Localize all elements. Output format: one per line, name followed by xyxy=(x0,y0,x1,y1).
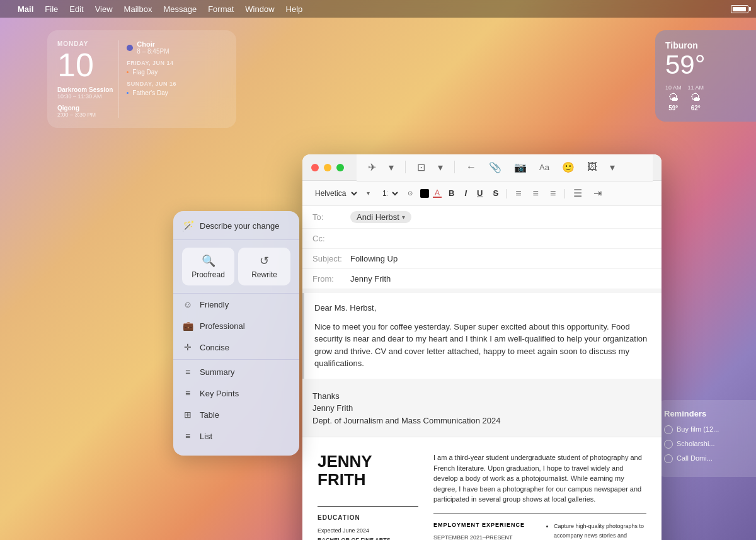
indent-button[interactable]: ⇥ xyxy=(590,185,605,202)
to-label: To: xyxy=(312,212,350,222)
menu-window[interactable]: Window xyxy=(245,4,274,14)
menu-list-label: List xyxy=(200,432,212,441)
emoji-button[interactable]: 🙂 xyxy=(558,159,578,176)
professional-icon: 💼 xyxy=(182,321,193,331)
menu-item-table[interactable]: ⊞ Table xyxy=(173,404,299,425)
to-chip-dropdown[interactable]: ▾ xyxy=(402,214,405,221)
menu-friendly-label: Friendly xyxy=(200,300,229,309)
cc-label: Cc: xyxy=(312,234,350,243)
font-size-select[interactable]: 12 xyxy=(377,187,400,200)
list-button[interactable]: ☰ xyxy=(570,185,586,202)
cv-emp-items: SEPTEMBER 2021–PRESENT Photographer CAMP… xyxy=(433,533,534,541)
to-chip[interactable]: Andi Herbst ▾ xyxy=(350,211,411,223)
size-stepper[interactable]: ⊙ xyxy=(404,187,416,199)
calendar-day: 10 xyxy=(57,49,118,81)
to-field-row: To: Andi Herbst ▾ xyxy=(302,206,662,229)
rewrite-label: Rewrite xyxy=(251,270,277,279)
keypoints-icon: ≡ xyxy=(182,388,193,398)
menu-item-keypoints[interactable]: ≡ Key Points xyxy=(173,382,299,404)
font-dropdown[interactable]: ▾ xyxy=(363,187,374,199)
rewrite-button[interactable]: ↺ Rewrite xyxy=(238,248,290,285)
mail-signature: Thanks Jenny Frith Dept. of Journalism a… xyxy=(302,381,662,436)
photo-grid-dropdown[interactable]: ▾ xyxy=(606,159,619,176)
from-field-row: From: Jenny Frith xyxy=(302,269,662,289)
menu-edit[interactable]: Edit xyxy=(69,4,83,14)
cv-lower-section: EMPLOYMENT EXPERIENCE SEPTEMBER 2021–PRE… xyxy=(433,522,646,541)
cv-bullet-1: Capture high-quality photographs to acco… xyxy=(554,522,646,541)
font-select[interactable]: Helvetica xyxy=(310,187,359,200)
reminders-widget: Reminders Buy film (12... Scholarshi... … xyxy=(655,400,756,477)
menu-format[interactable]: Format xyxy=(208,4,234,14)
writing-tools-header: 🪄 Describe your change xyxy=(173,220,299,240)
to-value[interactable]: Andi Herbst ▾ xyxy=(350,211,651,223)
strikethrough-button[interactable]: S xyxy=(490,187,501,199)
cv-emp-bullets-col: Capture high-quality photographs to acco… xyxy=(546,522,646,541)
align-center[interactable]: ≡ xyxy=(529,185,542,202)
font-panel-button[interactable]: Aa xyxy=(536,160,553,175)
summary-icon: ≡ xyxy=(182,367,193,377)
menu-item-professional[interactable]: 💼 Professional xyxy=(173,315,299,336)
cv-employment: EMPLOYMENT EXPERIENCE SEPTEMBER 2021–PRE… xyxy=(433,522,534,541)
menu-view[interactable]: View xyxy=(95,4,113,14)
body-text: Nice to meet you for coffee yesterday. S… xyxy=(314,321,651,370)
align-left[interactable]: ≡ xyxy=(512,185,525,202)
align-right[interactable]: ≡ xyxy=(546,185,559,202)
format-bar: Helvetica ▾ 12 ⊙ A B I U S | ≡ ≡ ≡ | ☰ ⇥ xyxy=(302,181,662,206)
compose-window-toggle[interactable]: ⊡ xyxy=(413,159,429,176)
cv-edu-items: Expected June 2024 BACHELOR OF FINE ARTS… xyxy=(318,526,418,540)
mail-body[interactable]: Dear Ms. Herbst, Nice to meet you for co… xyxy=(302,293,662,379)
cal-section-sun: SUNDAY, JUN 16 xyxy=(127,81,226,87)
proofread-label: Proofread xyxy=(192,270,225,279)
mail-window: ✈ ▾ ⊡ ▾ ← 📎 📷 Aa 🙂 🖼 ▾ Helvetica ▾ 12 ⊙ … xyxy=(302,154,662,540)
menu-item-concise[interactable]: ✛ Concise xyxy=(173,336,299,358)
signature-dept: Dept. of Journalism and Mass Communicati… xyxy=(312,415,651,427)
menu-bar-items: Mail File Edit View Mailbox Message Form… xyxy=(18,4,302,14)
menu-file[interactable]: File xyxy=(45,4,58,14)
text-highlight-color[interactable]: A xyxy=(433,189,442,198)
close-button[interactable] xyxy=(311,164,319,171)
attach-button[interactable]: 📎 xyxy=(485,159,505,176)
menu-message[interactable]: Message xyxy=(163,4,197,14)
bold-button[interactable]: B xyxy=(445,187,457,199)
reminder-item-2: Scholarshi... xyxy=(664,439,747,449)
battery-icon xyxy=(731,5,748,13)
subject-label: Subject: xyxy=(312,254,350,263)
menu-concise-label: Concise xyxy=(200,343,229,352)
proofread-button[interactable]: 🔍 Proofread xyxy=(182,248,234,285)
maximize-button[interactable] xyxy=(336,164,344,171)
writing-tools-menu: ☺ Friendly 💼 Professional ✛ Concise ≡ Su… xyxy=(173,294,299,447)
send-button[interactable]: ✈ xyxy=(364,159,380,176)
cc-input[interactable] xyxy=(350,234,651,243)
text-color-swatch[interactable] xyxy=(420,189,429,198)
menu-mailbox[interactable]: Mailbox xyxy=(124,4,152,14)
to-name: Andi Herbst xyxy=(357,212,399,222)
compose-window-dropdown[interactable]: ▾ xyxy=(434,159,447,176)
menu-app-name[interactable]: Mail xyxy=(18,4,33,14)
menu-item-friendly[interactable]: ☺ Friendly xyxy=(173,294,299,315)
cv-bullets-list: Capture high-quality photographs to acco… xyxy=(546,522,646,541)
concise-icon: ✛ xyxy=(182,342,193,352)
cc-field-row: Cc: xyxy=(302,229,662,249)
subject-value[interactable]: Following Up xyxy=(350,254,651,263)
underline-button[interactable]: U xyxy=(474,187,486,199)
reminders-title: Reminders xyxy=(664,409,747,418)
photo-grid-button[interactable]: 🖼 xyxy=(583,159,601,175)
menu-summary-label: Summary xyxy=(200,367,235,377)
cv-emp-header: EMPLOYMENT EXPERIENCE xyxy=(433,522,534,528)
weather-hourly: 10 AM 🌤 59° 11 AM 🌤 62° xyxy=(665,84,746,112)
calendar-month: MONDAY xyxy=(57,40,118,47)
from-label: From: xyxy=(312,274,350,284)
minimize-button[interactable] xyxy=(324,164,331,171)
photobrowser-button[interactable]: 📷 xyxy=(510,159,530,176)
italic-button[interactable]: I xyxy=(461,187,470,199)
menu-item-summary[interactable]: ≡ Summary xyxy=(173,361,299,382)
writing-tools-title: Describe your change xyxy=(200,221,279,231)
menu-item-list[interactable]: ≡ List xyxy=(173,425,299,447)
sparkle-icon: 🪄 xyxy=(182,220,195,232)
from-value: Jenny Frith xyxy=(350,274,651,284)
menu-help[interactable]: Help xyxy=(286,4,303,14)
send-dropdown[interactable]: ▾ xyxy=(385,159,398,176)
calendar-right-time: 8 – 8:45PM xyxy=(137,48,169,55)
back-button[interactable]: ← xyxy=(462,159,480,175)
menu-keypoints-label: Key Points xyxy=(200,389,239,398)
